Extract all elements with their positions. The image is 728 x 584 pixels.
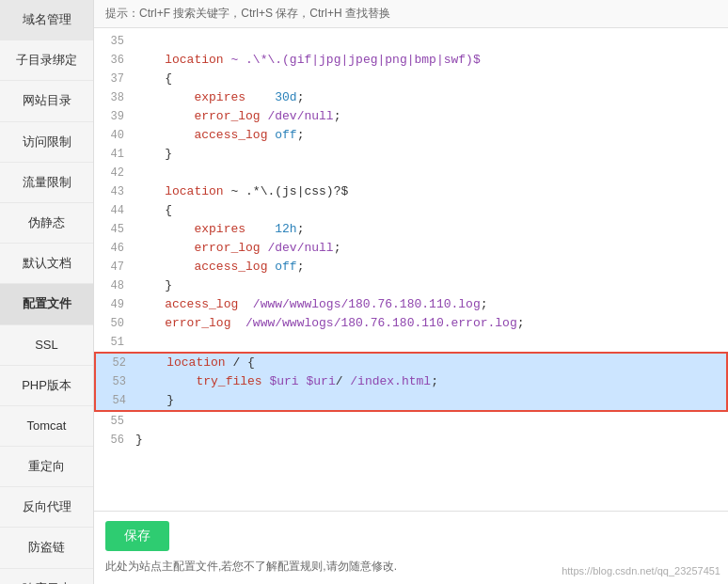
line-number: 44	[94, 201, 132, 220]
line-text	[132, 164, 728, 182]
sidebar-item-rewrite[interactable]: 伪静态	[0, 203, 93, 244]
code-line-37: 37 {	[94, 70, 728, 88]
code-line-38: 38 expires 30d;	[94, 88, 728, 107]
sidebar-item-subdir[interactable]: 子目录绑定	[0, 40, 93, 81]
code-editor[interactable]: 3536 location ~ .\*\.(gif|jpg|jpeg|png|b…	[94, 28, 728, 511]
code-line-45: 45 expires 12h;	[94, 220, 728, 239]
sidebar-item-php[interactable]: PHP版本	[0, 366, 93, 406]
save-button[interactable]: 保存	[105, 521, 169, 551]
line-number: 55	[94, 412, 132, 431]
code-line-44: 44 {	[94, 201, 728, 220]
line-number: 56	[94, 431, 132, 450]
line-text: }	[132, 145, 728, 164]
sidebar-item-config[interactable]: 配置文件	[0, 284, 93, 324]
sidebar-item-hotlink[interactable]: 防盗链	[0, 528, 93, 568]
code-line-43: 43 location ~ .*\.(js|css)?$	[94, 182, 728, 201]
code-line-47: 47 access_log off;	[94, 258, 728, 276]
line-number: 50	[94, 314, 132, 333]
line-text: }	[132, 431, 728, 450]
sidebar-item-access-log[interactable]: 响应日志	[0, 569, 93, 584]
line-number: 45	[94, 220, 132, 239]
sidebar-item-default-doc[interactable]: 默认文档	[0, 244, 93, 284]
line-text: access_log /www/wwwlogs/180.76.180.110.l…	[132, 295, 728, 314]
line-text	[132, 412, 728, 431]
sidebar-item-proxy[interactable]: 反向代理	[0, 487, 93, 528]
code-line-49: 49 access_log /www/wwwlogs/180.76.180.11…	[94, 295, 728, 314]
line-number: 51	[94, 333, 132, 352]
line-number: 39	[94, 107, 132, 126]
line-number: 54	[96, 391, 134, 410]
sidebar-item-access[interactable]: 访问限制	[0, 122, 93, 163]
line-text: error_log /dev/null;	[132, 107, 728, 126]
code-line-50: 50 error_log /www/wwwlogs/180.76.180.110…	[94, 314, 728, 333]
code-line-51: 51	[94, 333, 728, 352]
code-line-46: 46 error_log /dev/null;	[94, 239, 728, 258]
sidebar-item-domain[interactable]: 域名管理	[0, 0, 93, 40]
line-text: expires 12h;	[132, 220, 728, 239]
sidebar-item-ssl[interactable]: SSL	[0, 325, 93, 366]
hint-text: 提示：Ctrl+F 搜索关键字，Ctrl+S 保存，Ctrl+H 查找替换	[105, 7, 390, 20]
line-text: expires 30d;	[132, 88, 728, 107]
watermark: https://blog.csdn.net/qq_23257451	[562, 565, 720, 576]
line-text: location / {	[134, 354, 726, 372]
line-number: 38	[94, 88, 132, 107]
line-number: 43	[94, 182, 132, 201]
line-number: 40	[94, 126, 132, 145]
line-text: error_log /www/wwwlogs/180.76.180.110.er…	[132, 314, 728, 333]
line-text: error_log /dev/null;	[132, 239, 728, 258]
sidebar-item-webdir[interactable]: 网站目录	[0, 81, 93, 121]
code-line-36: 36 location ~ .\*\.(gif|jpg|jpeg|png|bmp…	[94, 51, 728, 70]
line-number: 48	[94, 276, 132, 295]
code-line-39: 39 error_log /dev/null;	[94, 107, 728, 126]
line-number: 37	[94, 70, 132, 88]
line-text	[132, 32, 728, 51]
code-line-53: 53 try_files $uri $uri/ /index.html;	[94, 372, 728, 391]
line-number: 42	[94, 164, 132, 182]
line-text: }	[134, 391, 726, 410]
line-number: 49	[94, 295, 132, 314]
code-line-48: 48 }	[94, 276, 728, 295]
line-text: try_files $uri $uri/ /index.html;	[134, 372, 726, 391]
line-number: 47	[94, 258, 132, 276]
line-text: access_log off;	[132, 126, 728, 145]
code-line-42: 42	[94, 164, 728, 182]
line-text: location ~ .*\.(js|css)?$	[132, 182, 728, 201]
line-text	[132, 333, 728, 352]
sidebar: 域名管理 子目录绑定 网站目录 访问限制 流量限制 伪静态 默认文档 配置文件 …	[0, 0, 94, 584]
code-line-55: 55	[94, 412, 728, 431]
line-number: 36	[94, 51, 132, 70]
code-line-54: 54 }	[94, 391, 728, 412]
code-line-35: 35	[94, 32, 728, 51]
code-line-40: 40 access_log off;	[94, 126, 728, 145]
line-number: 41	[94, 145, 132, 164]
line-number: 46	[94, 239, 132, 258]
line-number: 35	[94, 32, 132, 51]
sidebar-item-redirect[interactable]: 重定向	[0, 447, 93, 487]
line-number: 52	[96, 354, 134, 372]
code-line-56: 56}	[94, 431, 728, 450]
sidebar-item-tomcat[interactable]: Tomcat	[0, 406, 93, 447]
sidebar-item-traffic[interactable]: 流量限制	[0, 163, 93, 203]
code-line-52: 52 location / {	[94, 352, 728, 372]
line-text: {	[132, 70, 728, 88]
line-text: access_log off;	[132, 258, 728, 276]
line-text: location ~ .\*\.(gif|jpg|jpeg|png|bmp|sw…	[132, 51, 728, 70]
line-text: }	[132, 276, 728, 295]
main-content: 提示：Ctrl+F 搜索关键字，Ctrl+S 保存，Ctrl+H 查找替换 35…	[94, 0, 728, 584]
hint-bar: 提示：Ctrl+F 搜索关键字，Ctrl+S 保存，Ctrl+H 查找替换	[94, 0, 728, 28]
line-text: {	[132, 201, 728, 220]
line-number: 53	[96, 372, 134, 391]
code-line-41: 41 }	[94, 145, 728, 164]
